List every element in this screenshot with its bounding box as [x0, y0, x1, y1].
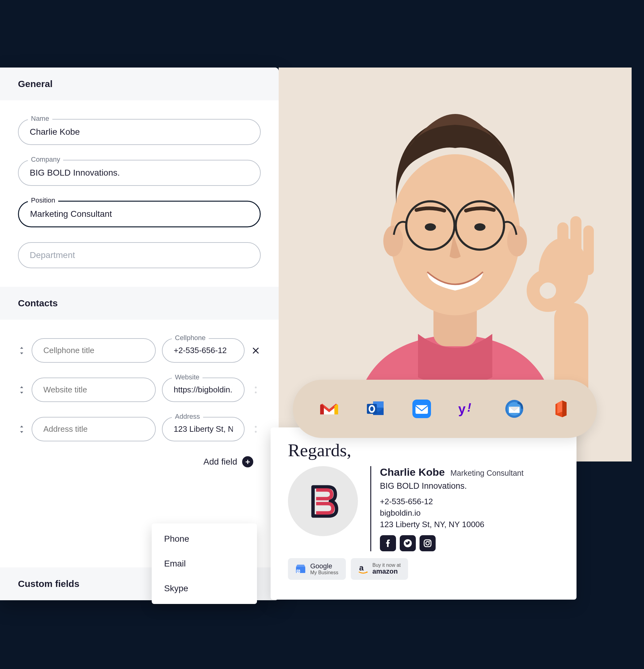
svg-point-0: [255, 386, 257, 388]
department-field-wrap: [18, 242, 261, 268]
contact-row: Cellphone: [18, 338, 261, 363]
section-header-general: General: [0, 68, 278, 100]
signature-logo: [288, 466, 358, 536]
svg-rect-26: [415, 405, 428, 414]
apple-mail-icon[interactable]: [412, 399, 432, 419]
drag-handle-icon[interactable]: [18, 425, 25, 433]
dropdown-item-skype[interactable]: Skype: [152, 576, 257, 601]
dropdown-item-email[interactable]: Email: [152, 551, 257, 576]
cellphone-title-input[interactable]: [32, 338, 156, 363]
website-value-wrap: Website: [162, 378, 245, 402]
svg-point-6: [390, 154, 520, 315]
general-section: Name Company Position: [0, 100, 278, 287]
editor-panel: General Name Company Position Contacts C…: [0, 68, 278, 600]
company-field-wrap: Company: [18, 160, 261, 186]
name-label: Name: [28, 115, 52, 123]
svg-point-12: [425, 223, 436, 231]
position-label: Position: [28, 196, 58, 204]
svg-rect-18: [570, 216, 582, 275]
cellphone-value-wrap: Cellphone: [162, 338, 245, 363]
add-field-dropdown: Phone Email Skype: [152, 524, 257, 604]
contact-row: Website: [18, 378, 261, 402]
add-field-button[interactable]: Add field +: [18, 456, 261, 467]
twitter-icon[interactable]: [400, 535, 416, 551]
plus-icon: +: [242, 456, 253, 467]
contacts-section: Cellphone Website: [0, 319, 278, 486]
google-business-button[interactable]: G Google My Business: [288, 558, 346, 580]
office-icon[interactable]: [551, 399, 571, 419]
dropdown-item-phone[interactable]: Phone: [152, 527, 257, 551]
svg-text:y: y: [458, 401, 466, 416]
svg-point-33: [426, 541, 429, 545]
svg-point-2: [255, 426, 257, 428]
signature-body: Charlie Kobe Marketing Consultant BIG BO…: [288, 466, 559, 551]
remove-row-icon[interactable]: [251, 426, 261, 433]
svg-text:!: !: [467, 401, 471, 414]
google-button-top: Google: [310, 563, 339, 570]
instagram-icon[interactable]: [419, 535, 435, 551]
svg-point-16: [540, 283, 556, 299]
signature-position: Marketing Consultant: [450, 469, 524, 478]
address-value-label: Address: [172, 413, 203, 421]
svg-text:a: a: [359, 564, 364, 572]
amazon-button-bottom: amazon: [372, 568, 401, 575]
yahoo-icon[interactable]: y!: [458, 399, 478, 419]
svg-point-13: [474, 223, 486, 231]
position-field-wrap: Position: [18, 201, 261, 227]
svg-point-8: [507, 226, 527, 256]
signature-name: Charlie Kobe: [380, 466, 445, 478]
signature-regards: Regards,: [288, 440, 559, 460]
company-label: Company: [28, 156, 63, 163]
gmail-icon[interactable]: [319, 399, 339, 419]
signature-company: BIG BOLD Innovations.: [380, 481, 524, 491]
address-value-wrap: Address: [162, 417, 245, 441]
add-field-label: Add field: [203, 457, 237, 467]
remove-row-icon[interactable]: [251, 386, 261, 394]
svg-rect-19: [583, 226, 594, 275]
email-provider-bar: y!: [293, 380, 597, 438]
signature-preview: Regards, Charlie Kobe Marketing Consulta…: [271, 427, 576, 600]
name-field-wrap: Name: [18, 119, 261, 145]
amazon-button-top: Buy it now at: [372, 563, 401, 568]
google-business-icon: G: [295, 564, 306, 574]
website-title-input[interactable]: [32, 378, 156, 402]
outlook-icon[interactable]: [366, 399, 385, 419]
svg-point-1: [255, 392, 257, 393]
cellphone-value-label: Cellphone: [172, 334, 209, 342]
facebook-icon[interactable]: [380, 535, 396, 551]
signature-socials: [380, 535, 524, 551]
svg-rect-17: [557, 223, 569, 275]
department-input[interactable]: [18, 242, 261, 268]
google-button-bottom: My Business: [310, 570, 339, 575]
svg-point-7: [383, 226, 403, 256]
signature-address: 123 Liberty St, NY, NY 10006: [380, 519, 524, 530]
section-header-contacts: Contacts: [0, 287, 278, 319]
signature-content: Charlie Kobe Marketing Consultant BIG BO…: [370, 466, 524, 551]
contact-row: Address: [18, 417, 261, 441]
amazon-icon: a: [358, 564, 368, 574]
svg-point-3: [255, 431, 257, 433]
company-input[interactable]: [18, 160, 261, 186]
signature-phone: +2-535-656-12: [380, 496, 524, 507]
thunderbird-icon[interactable]: [504, 399, 524, 419]
signature-website: bigboldin.io: [380, 507, 524, 519]
website-value-label: Website: [172, 373, 202, 381]
drag-handle-icon[interactable]: [18, 346, 25, 355]
amazon-button[interactable]: a Buy it now at amazon: [351, 558, 409, 580]
name-input[interactable]: [18, 119, 261, 145]
svg-point-34: [429, 540, 430, 542]
position-input[interactable]: [18, 201, 261, 227]
remove-row-icon[interactable]: [251, 347, 261, 354]
address-title-input[interactable]: [32, 417, 156, 441]
signature-cta-buttons: G Google My Business a Buy it now at ama…: [288, 558, 559, 580]
drag-handle-icon[interactable]: [18, 386, 25, 394]
svg-text:G: G: [297, 570, 300, 573]
